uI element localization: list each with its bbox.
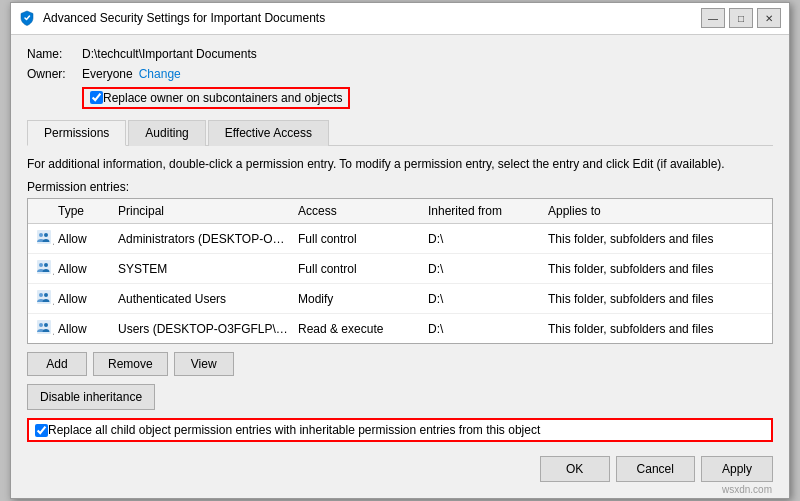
row4-icon [32,317,54,340]
header-icon [32,202,54,220]
name-value: D:\techcult\Important Documents [82,47,257,61]
row1-inherited: D:\ [424,230,544,248]
shield-icon [19,10,35,26]
replace-owner-checkbox[interactable] [90,91,103,104]
advanced-security-dialog: Advanced Security Settings for Important… [10,2,790,500]
replace-owner-container: Replace owner on subcontainers and objec… [82,87,350,109]
table-row[interactable]: Allow Administrators (DESKTOP-O3FGF... F… [28,224,772,254]
row2-access: Full control [294,260,424,278]
row1-applies: This folder, subfolders and files [544,230,768,248]
table-action-buttons: Add Remove View [27,352,773,376]
add-button[interactable]: Add [27,352,87,376]
name-label: Name: [27,47,82,61]
tabs-bar: Permissions Auditing Effective Access [27,119,773,146]
header-access: Access [294,202,424,220]
dialog-buttons-row: OK Cancel Apply [27,452,773,486]
table-row[interactable]: Allow Users (DESKTOP-O3FGFLP\Users) Read… [28,314,772,343]
row3-access: Modify [294,290,424,308]
row1-principal: Administrators (DESKTOP-O3FGF... [114,230,294,248]
window-title: Advanced Security Settings for Important… [43,11,325,25]
row4-type: Allow [54,320,114,338]
user-group-icon [36,319,52,335]
row4-principal: Users (DESKTOP-O3FGFLP\Users) [114,320,294,338]
header-inherited: Inherited from [424,202,544,220]
user-group-icon [36,259,52,275]
user-group-icon [36,229,52,245]
titlebar-left: Advanced Security Settings for Important… [19,10,325,26]
table-header: Type Principal Access Inherited from App… [28,199,772,224]
titlebar: Advanced Security Settings for Important… [11,3,789,35]
row2-applies: This folder, subfolders and files [544,260,768,278]
close-button[interactable]: ✕ [757,8,781,28]
svg-point-10 [39,323,43,327]
owner-row: Owner: Everyone Change [27,67,773,81]
row3-icon [32,287,54,310]
minimize-button[interactable]: — [701,8,725,28]
replace-child-checkbox[interactable] [35,424,48,437]
row2-icon [32,257,54,280]
row1-icon [32,227,54,250]
tab-permissions[interactable]: Permissions [27,120,126,146]
row1-type: Allow [54,230,114,248]
replace-child-label[interactable]: Replace all child object permission entr… [48,423,540,437]
row2-principal: SYSTEM [114,260,294,278]
header-applies: Applies to [544,202,768,220]
watermark: wsxdn.com [722,484,772,495]
row2-type: Allow [54,260,114,278]
row3-applies: This folder, subfolders and files [544,290,768,308]
view-button[interactable]: View [174,352,234,376]
description-text: For additional information, double-click… [27,156,773,173]
replace-owner-label[interactable]: Replace owner on subcontainers and objec… [103,91,342,105]
row1-access: Full control [294,230,424,248]
svg-point-7 [39,293,43,297]
tab-auditing[interactable]: Auditing [128,120,205,146]
header-type: Type [54,202,114,220]
titlebar-buttons: — □ ✕ [701,8,781,28]
owner-value: Everyone [82,67,133,81]
row4-access: Read & execute [294,320,424,338]
svg-point-2 [44,233,48,237]
apply-button[interactable]: Apply [701,456,773,482]
svg-point-5 [44,263,48,267]
row3-principal: Authenticated Users [114,290,294,308]
tab-effective-access[interactable]: Effective Access [208,120,329,146]
svg-point-4 [39,263,43,267]
table-row[interactable]: Allow Authenticated Users Modify D:\ Thi… [28,284,772,314]
ok-button[interactable]: OK [540,456,610,482]
svg-point-11 [44,323,48,327]
table-row[interactable]: Allow SYSTEM Full control D:\ This folde… [28,254,772,284]
replace-child-container: Replace all child object permission entr… [27,418,773,442]
maximize-button[interactable]: □ [729,8,753,28]
dialog-content: Name: D:\techcult\Important Documents Ow… [11,35,789,499]
remove-button[interactable]: Remove [93,352,168,376]
row4-inherited: D:\ [424,320,544,338]
row3-type: Allow [54,290,114,308]
disable-inheritance-button[interactable]: Disable inheritance [27,384,155,410]
row4-applies: This folder, subfolders and files [544,320,768,338]
change-owner-link[interactable]: Change [139,67,181,81]
owner-label: Owner: [27,67,82,81]
row2-inherited: D:\ [424,260,544,278]
name-row: Name: D:\techcult\Important Documents [27,47,773,61]
svg-point-1 [39,233,43,237]
user-group-icon [36,289,52,305]
header-principal: Principal [114,202,294,220]
svg-point-8 [44,293,48,297]
cancel-button[interactable]: Cancel [616,456,695,482]
permission-entries-label: Permission entries: [27,180,773,194]
row3-inherited: D:\ [424,290,544,308]
permissions-table: Type Principal Access Inherited from App… [27,198,773,344]
